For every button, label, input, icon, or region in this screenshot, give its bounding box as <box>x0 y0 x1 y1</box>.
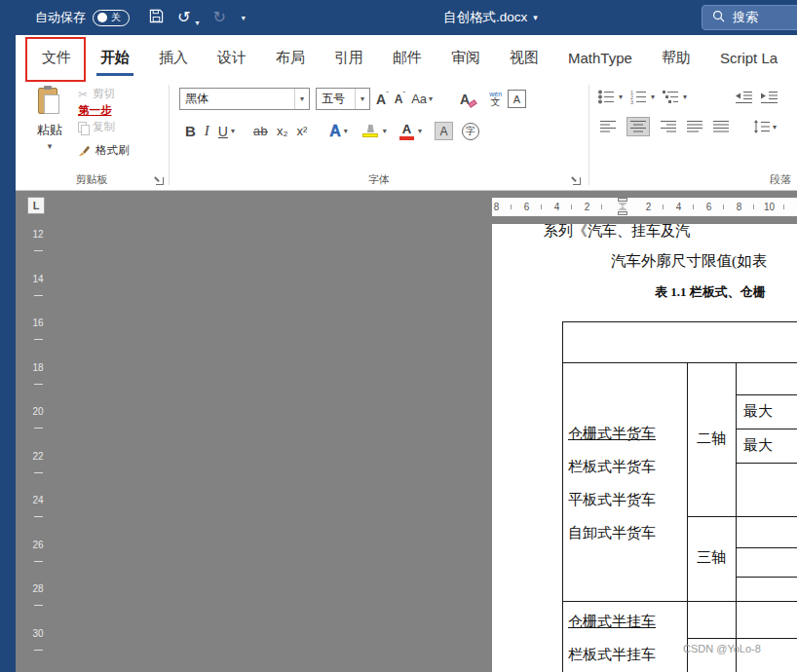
font-size-select[interactable]: 五号 ▾ <box>316 88 370 110</box>
font-name-select[interactable]: 黑体 ▾ <box>179 88 310 110</box>
character-border-button[interactable]: A <box>508 90 526 108</box>
tab-stop-selector[interactable]: L <box>27 197 45 214</box>
ribbon-tab[interactable]: 视图 <box>495 35 553 80</box>
bullet-list-icon <box>598 90 615 104</box>
enclose-characters-button[interactable]: 字 <box>462 123 479 140</box>
chevron-down-icon: ▾ <box>294 89 309 109</box>
table-cell-text: 栏板式半货车 <box>568 450 656 483</box>
vertical-ruler[interactable]: 12 14 16 18 20 22 24 26 <box>29 229 47 672</box>
align-right-button[interactable] <box>661 120 676 133</box>
document-page[interactable]: 系列《汽车、挂车及汽 汽车外廓尺寸限值(如表 表 1.1 栏板式、仓栅 仓栅式半… <box>492 224 797 672</box>
left-indent-marker[interactable] <box>618 211 627 215</box>
ribbon-tab[interactable]: 引用 <box>320 35 378 80</box>
superscript-button[interactable]: x² <box>296 124 307 138</box>
table-cell-text: 平板式半货车 <box>568 483 656 516</box>
first-line-indent-marker[interactable] <box>618 198 627 202</box>
ribbon-tab[interactable]: 布局 <box>261 35 320 80</box>
ribbon-tab[interactable]: 审阅 <box>436 35 495 80</box>
table-cell-text: 最大 <box>743 436 773 455</box>
table-cell-text: 二轴 <box>687 429 736 448</box>
text-effects-button[interactable]: A <box>329 123 341 140</box>
format-painter-button[interactable]: 格式刷 <box>78 142 130 159</box>
underline-button[interactable]: U <box>218 124 228 139</box>
font-color-dropdown-icon[interactable]: ▾ <box>418 127 422 135</box>
ribbon-tab[interactable]: Script La <box>705 35 792 80</box>
multilevel-list-button[interactable]: ▾ <box>663 90 687 104</box>
ruler-tick <box>34 339 43 340</box>
table-border <box>562 321 797 322</box>
chevron-down-icon: ▾ <box>355 89 369 109</box>
ribbon-tab[interactable]: 文件 <box>27 35 86 80</box>
bullets-button[interactable]: ▾ <box>598 90 623 104</box>
subscript-button[interactable]: x₂ <box>277 124 288 138</box>
ruler-number: 8 <box>724 198 754 216</box>
font-color-button[interactable]: A <box>399 123 414 140</box>
hanging-indent-marker[interactable] <box>618 206 627 210</box>
document-canvas: 12 14 16 18 20 22 24 26 <box>16 224 797 672</box>
dialog-launcher-icon[interactable] <box>571 175 582 186</box>
undo-dropdown-icon[interactable]: ▾ <box>195 19 199 27</box>
indent-markers[interactable] <box>616 198 629 216</box>
ribbon-tab[interactable]: 设计 <box>203 35 261 80</box>
italic-button[interactable]: I <box>205 123 209 139</box>
vehicle-type-list: 仓栅式半货车栏板式半货车平板式半货车自卸式半货车 <box>568 417 656 549</box>
step-annotation: 第一步 <box>78 102 130 119</box>
underline-dropdown-icon[interactable]: ▾ <box>231 127 235 135</box>
phonetic-guide-button[interactable]: wén 文 <box>489 91 502 107</box>
table-border <box>736 429 797 429</box>
text-effects-dropdown-icon[interactable]: ▾ <box>344 127 348 135</box>
ribbon-tab[interactable]: 插入 <box>144 35 203 80</box>
clear-formatting-button[interactable]: A <box>460 92 470 107</box>
distribute-button[interactable] <box>713 120 729 133</box>
cut-button: ✂ 剪切 <box>78 86 130 102</box>
table-cell-text: 仓栅式半挂车 <box>568 605 656 638</box>
increase-indent-button[interactable] <box>761 91 778 104</box>
shrink-font-button[interactable]: Aˇ <box>395 93 405 106</box>
ribbon-tab[interactable]: 邮件 <box>378 35 436 80</box>
change-case-button[interactable]: Aa▾ <box>411 92 433 106</box>
paste-button[interactable]: 粘贴 ▾ <box>27 85 72 170</box>
ruler-tick <box>34 516 43 517</box>
horizontal-ruler[interactable]: 8642 246810 <box>492 198 797 216</box>
table-border <box>687 638 797 639</box>
paragraph-group: ▾ 123 ▾ ▾ <box>590 80 797 190</box>
search-label: 搜索 <box>733 9 758 26</box>
search-icon <box>712 10 725 25</box>
autosave-toggle[interactable]: 自动保存 关 <box>35 9 130 26</box>
highlight-button[interactable] <box>362 125 379 137</box>
character-shading-button[interactable]: A <box>435 122 453 140</box>
table-border <box>562 321 563 672</box>
align-left-button[interactable] <box>600 120 616 133</box>
highlight-dropdown-icon[interactable]: ▾ <box>383 127 387 135</box>
ribbon-tab[interactable]: MathType <box>553 35 647 80</box>
table-border <box>687 516 797 517</box>
table-cell-text: 栏板式半挂车 <box>568 638 656 671</box>
search-box[interactable]: 搜索 <box>702 5 797 30</box>
numbering-button[interactable]: 123 ▾ <box>630 90 655 104</box>
document-title[interactable]: 自创格式.docx ▾ <box>443 0 538 35</box>
customize-qat-icon[interactable]: ▾ <box>242 14 246 22</box>
dialog-launcher-icon[interactable] <box>154 175 165 186</box>
ruler-number: 18 <box>32 362 43 374</box>
ruler-number: 10 <box>754 198 784 216</box>
decrease-indent-button[interactable] <box>736 91 753 104</box>
save-icon[interactable] <box>149 9 164 26</box>
undo-icon[interactable]: ↺ <box>177 10 190 25</box>
line-spacing-button[interactable]: ▾ <box>753 120 777 133</box>
quick-access-toolbar: ↺ ▾ ↻ ▾ <box>149 9 246 26</box>
clipboard-group: 粘贴 ▾ ✂ 剪切 第一步 复制 格式刷 <box>16 80 168 190</box>
bold-button[interactable]: B <box>185 123 196 139</box>
ruler-tick <box>34 605 43 606</box>
clipboard-small-buttons: ✂ 剪切 第一步 复制 格式刷 <box>78 86 130 159</box>
align-center-button[interactable] <box>626 117 650 136</box>
ruler-number: 30 <box>32 628 43 640</box>
strikethrough-button[interactable]: ab <box>253 125 268 138</box>
justify-button[interactable] <box>687 120 702 133</box>
ribbon-tab[interactable]: 帮助 <box>647 35 705 80</box>
ruler-tick <box>34 295 43 296</box>
ribbon-tab[interactable]: 开始 <box>86 35 144 80</box>
ruler-number: 28 <box>32 583 43 595</box>
brush-icon <box>78 144 91 157</box>
autosave-pill[interactable]: 关 <box>93 10 130 26</box>
grow-font-button[interactable]: Aˆ <box>376 92 389 107</box>
